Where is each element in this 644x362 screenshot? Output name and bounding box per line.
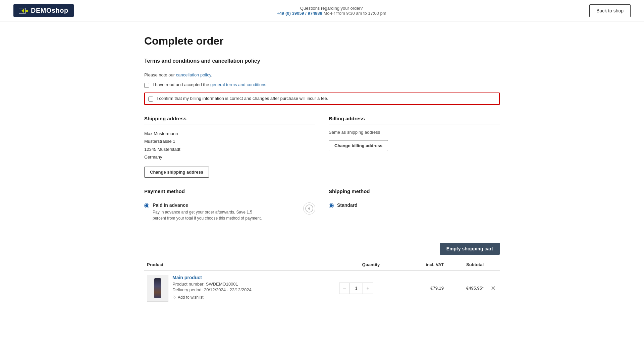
- shipping-country: Germany: [144, 153, 315, 161]
- cart-header-row: Product Quantity incl. VAT Subtotal: [144, 259, 500, 271]
- col-product: Product: [144, 259, 336, 271]
- product-number: Product number: SWDEMO10001: [172, 282, 252, 287]
- shipping-city: 12345 Musterstadt: [144, 145, 315, 153]
- cart-section: Empty shopping cart Product Quantity inc…: [144, 243, 500, 306]
- svg-text:€: €: [308, 206, 310, 210]
- billing-address-title: Billing address: [329, 116, 500, 124]
- header: DEMOshop Questions regarding your order?…: [0, 0, 644, 21]
- cancellation-policy-link[interactable]: cancellation policy: [176, 72, 211, 77]
- shipping-name: Max Mustermann: [144, 130, 315, 137]
- table-row: Main product Product number: SWDEMO10001…: [144, 270, 500, 306]
- logo[interactable]: DEMOshop: [13, 4, 74, 17]
- logo-text: DEMOshop: [31, 7, 68, 14]
- product-details: Main product Product number: SWDEMO10001…: [172, 275, 252, 302]
- payment-method-col: Payment method Paid in advance Pay in ad…: [144, 188, 315, 221]
- product-image-placeholder: [154, 278, 161, 298]
- cart-actions-row: Empty shopping cart: [144, 243, 500, 255]
- payment-option-desc: Pay in advance and get your order afterw…: [153, 209, 267, 221]
- quantity-decrease-button[interactable]: −: [339, 283, 350, 294]
- add-to-wishlist-link[interactable]: ♡ Add to wishlist: [172, 295, 252, 300]
- address-section: Shipping address Max Mustermann Musterst…: [144, 116, 500, 178]
- payment-option-label: Paid in advance: [153, 202, 267, 208]
- product-image: [147, 275, 168, 302]
- back-to-shop-button[interactable]: Back to shop: [589, 4, 631, 17]
- heart-icon: ♡: [172, 295, 176, 300]
- shipping-street: Musterstrasse 1: [144, 137, 315, 145]
- payment-icon: €: [303, 202, 315, 215]
- business-hours: Mo-Fr from 9:30 am to 17:00 pm: [323, 11, 386, 16]
- price-cell: €79.19: [406, 270, 446, 306]
- quantity-cell: − +: [336, 270, 406, 306]
- col-vat: incl. VAT: [406, 259, 446, 271]
- shipping-address-block: Max Mustermann Musterstrasse 1 12345 Mus…: [144, 130, 315, 161]
- shipping-option: Standard: [329, 202, 500, 209]
- shipping-option-label: Standard: [337, 202, 358, 208]
- terms-checkbox[interactable]: [144, 83, 149, 88]
- shipping-method-col: Shipping method Standard: [329, 188, 500, 221]
- terms-label: I have read and accepted the general ter…: [153, 82, 268, 87]
- gtc-link[interactable]: general terms and conditions: [210, 82, 266, 87]
- shipping-address-col: Shipping address Max Mustermann Musterst…: [144, 116, 315, 178]
- quantity-increase-button[interactable]: +: [363, 283, 373, 294]
- logo-icon: [19, 7, 28, 14]
- product-name-link[interactable]: Main product: [172, 275, 252, 280]
- contact-label: Questions regarding your order?: [277, 6, 386, 11]
- remove-item-button[interactable]: ✕: [489, 283, 497, 293]
- product-info-wrapper: Main product Product number: SWDEMO10001…: [147, 275, 334, 302]
- billing-same-as: Same as shipping address: [329, 130, 500, 135]
- payment-icon-svg: €: [305, 204, 313, 213]
- remove-cell: ✕: [486, 270, 500, 306]
- shipping-address-title: Shipping address: [144, 116, 315, 124]
- terms-section: Terms and conditions and cancellation po…: [144, 58, 500, 105]
- product-cell: Main product Product number: SWDEMO10001…: [144, 270, 336, 306]
- payment-radio[interactable]: [144, 203, 149, 208]
- terms-note: Please note our cancellation policy.: [144, 72, 500, 77]
- method-section: Payment method Paid in advance Pay in ad…: [144, 188, 500, 232]
- quantity-control: − +: [339, 283, 373, 294]
- empty-cart-button[interactable]: Empty shopping cart: [440, 243, 500, 255]
- cart-table: Product Quantity incl. VAT Subtotal: [144, 259, 500, 306]
- header-contact: Questions regarding your order? +49 (0) …: [277, 6, 386, 16]
- quantity-input[interactable]: [350, 283, 363, 294]
- shipping-radio[interactable]: [329, 203, 334, 208]
- billing-confirm-checkbox-row: I confirm that my billing information is…: [144, 93, 500, 105]
- page-title: Complete order: [144, 35, 500, 47]
- billing-confirm-label: I confirm that my billing information is…: [157, 96, 328, 101]
- shipping-method-title: Shipping method: [329, 188, 500, 197]
- main-content: Complete order Terms and conditions and …: [138, 21, 506, 326]
- col-quantity: Quantity: [336, 259, 406, 271]
- billing-confirm-checkbox[interactable]: [148, 97, 153, 102]
- change-billing-address-button[interactable]: Change billing address: [329, 140, 388, 151]
- col-subtotal: Subtotal: [446, 259, 486, 271]
- billing-address-col: Billing address Same as shipping address…: [329, 116, 500, 178]
- product-delivery: Delivery period: 20/12/2024 - 22/12/2024: [172, 287, 252, 292]
- svg-rect-2: [25, 10, 28, 12]
- terms-section-title: Terms and conditions and cancellation po…: [144, 58, 500, 67]
- payment-method-title: Payment method: [144, 188, 315, 197]
- change-shipping-address-button[interactable]: Change shipping address: [144, 167, 209, 178]
- subtotal-cell: €495.95*: [446, 270, 486, 306]
- payment-option: Paid in advance Pay in advance and get y…: [144, 202, 267, 221]
- terms-checkbox-row: I have read and accepted the general ter…: [144, 81, 500, 88]
- phone-number: +49 (0) 39059 / 974988: [277, 11, 322, 16]
